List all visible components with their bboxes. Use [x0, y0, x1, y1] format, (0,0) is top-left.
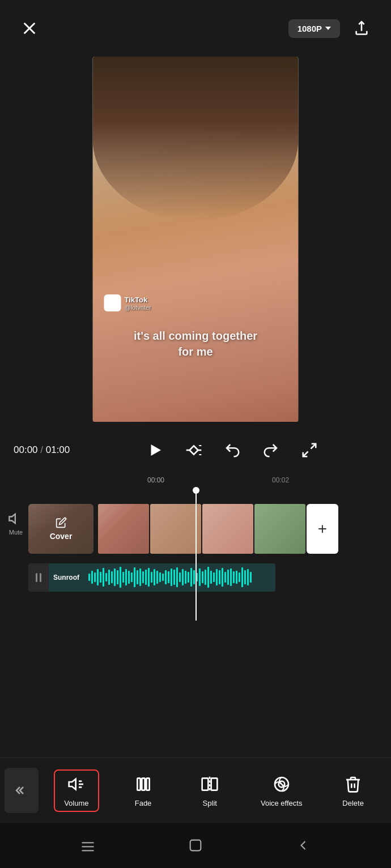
video-clip-2[interactable] [150, 504, 201, 554]
delete-icon-container [343, 774, 363, 794]
toolbar-item-voice-effects[interactable]: Voice effects [254, 769, 309, 812]
tiktok-brand: TikTok [125, 296, 151, 304]
svg-rect-17 [137, 778, 140, 790]
current-time: 00:00 [14, 444, 38, 455]
play-button[interactable] [144, 439, 167, 461]
audio-pause-button[interactable] [28, 563, 49, 592]
chevron-down-icon [325, 27, 331, 30]
cover-image [28, 504, 94, 554]
svg-rect-21 [211, 778, 218, 790]
back-icon [295, 837, 311, 853]
mute-icon [8, 511, 24, 527]
fullscreen-icon [301, 442, 318, 459]
mute-button[interactable]: Mute [8, 511, 24, 536]
audio-track-inner: Sunroof [28, 562, 275, 593]
fullscreen-button[interactable] [298, 439, 321, 461]
nav-menu-button[interactable] [76, 834, 99, 857]
caption-line2: for me [178, 345, 212, 358]
audio-track-name: Sunroof [53, 574, 79, 581]
svg-rect-18 [142, 778, 144, 790]
undo-icon [224, 442, 241, 459]
toolbar-item-volume[interactable]: Volume [54, 769, 99, 812]
volume-icon [67, 775, 86, 793]
export-icon [354, 20, 369, 36]
close-icon [22, 20, 37, 36]
home-icon [188, 837, 203, 853]
video-clip-4[interactable] [254, 504, 305, 554]
toolbar-collapse-button[interactable] [5, 768, 39, 813]
resolution-label: 1080P [298, 24, 322, 33]
tiktok-text: TikTok @lotvnter [125, 296, 151, 311]
undo-button[interactable] [221, 439, 244, 461]
svg-marker-13 [69, 779, 76, 789]
cover-label: Cover [50, 532, 73, 541]
toolbar-item-split[interactable]: Split [187, 769, 232, 812]
svg-rect-19 [146, 778, 149, 790]
fade-icon-container [133, 774, 154, 794]
controls-center [87, 439, 377, 461]
menu-icon [80, 837, 96, 853]
toolbar-items: Volume Fade Split [43, 769, 386, 812]
keyframe-button[interactable] [182, 439, 205, 461]
tiktok-watermark: ♪ TikTok @lotvnter [104, 294, 151, 311]
volume-label: Volume [64, 799, 88, 807]
tiktok-username: @lotvnter [125, 304, 151, 311]
edit-icon [56, 517, 67, 528]
voice-effects-icon [273, 775, 291, 793]
svg-line-9 [311, 444, 316, 449]
audio-track: Sunroof [28, 562, 391, 593]
video-clip-3[interactable] [202, 504, 253, 554]
cover-thumbnail[interactable]: Cover [28, 504, 94, 554]
fade-label: Fade [135, 799, 152, 807]
playback-controls: 00:00 / 01:00 [0, 430, 391, 470]
add-clip-button[interactable]: + [307, 504, 338, 554]
split-label: Split [203, 799, 217, 807]
timeline-area: 00:00 00:02 00:04 Mute Cove [0, 470, 391, 708]
collapse-icon [15, 784, 28, 797]
header-right: 1080P [288, 16, 374, 41]
delete-icon [344, 775, 362, 793]
svg-rect-28 [190, 840, 201, 851]
split-icon-container [199, 774, 220, 794]
toolbar-item-delete[interactable]: Delete [330, 769, 376, 812]
svg-line-10 [303, 452, 308, 457]
redo-button[interactable] [260, 439, 282, 461]
delete-label: Delete [342, 799, 364, 807]
header: 1080P [0, 0, 391, 57]
video-clip-1[interactable] [98, 504, 149, 554]
caption-line1: it's all coming together [134, 330, 257, 342]
tiktok-logo-icon: ♪ [104, 294, 121, 311]
time-separator: / [40, 444, 45, 455]
ruler-mark-0: 00:00 [147, 476, 164, 484]
audio-waveform[interactable]: Sunroof [49, 563, 275, 592]
svg-marker-3 [151, 444, 162, 456]
play-icon [147, 442, 164, 459]
nav-home-button[interactable] [184, 834, 207, 857]
export-button[interactable] [349, 16, 374, 41]
volume-icon-container [66, 774, 87, 794]
voice-effects-icon-container [271, 774, 292, 794]
video-clips: + [98, 504, 338, 554]
bottom-toolbar: Volume Fade Split [0, 758, 391, 823]
svg-marker-11 [9, 514, 15, 523]
ruler-mark-1: 00:02 [272, 476, 289, 484]
split-icon [201, 775, 219, 793]
resolution-button[interactable]: 1080P [288, 19, 340, 38]
toolbar-item-fade[interactable]: Fade [121, 769, 166, 812]
time-display: 00:00 / 01:00 [14, 444, 87, 456]
mute-label: Mute [9, 529, 23, 536]
nav-back-button[interactable] [292, 834, 314, 857]
keyframe-icon [185, 441, 203, 459]
fade-icon [134, 775, 152, 793]
video-track: Cover + [28, 501, 391, 557]
playhead [196, 490, 197, 621]
timeline-tracks: Mute Cover [0, 495, 391, 608]
svg-rect-20 [202, 778, 209, 790]
video-preview: ♪ TikTok @lotvnter it's all coming toget… [93, 57, 299, 422]
redo-icon [262, 442, 279, 459]
ruler-marks: 00:00 00:02 00:04 [147, 476, 391, 484]
video-frame: ♪ TikTok @lotvnter it's all coming toget… [93, 57, 299, 422]
pause-icon [36, 573, 41, 582]
close-button[interactable] [17, 16, 42, 41]
voice-effects-label: Voice effects [261, 799, 302, 807]
